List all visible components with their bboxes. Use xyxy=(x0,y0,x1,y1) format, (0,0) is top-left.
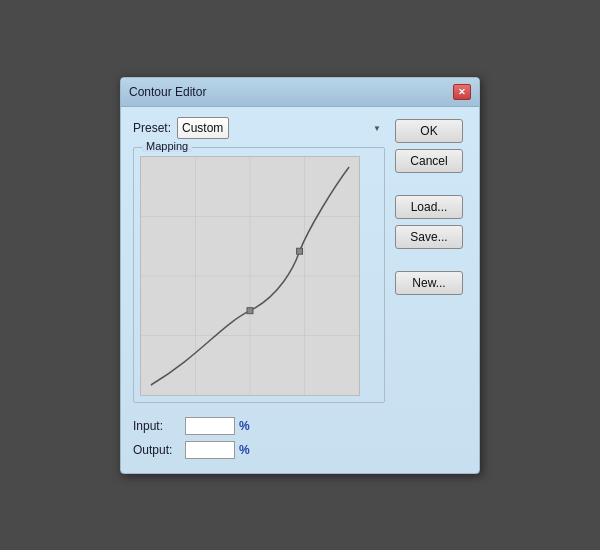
curve-canvas[interactable] xyxy=(140,156,360,396)
load-button[interactable]: Load... xyxy=(395,195,463,219)
output-percent: % xyxy=(239,443,250,457)
title-bar: Contour Editor ✕ xyxy=(121,78,479,107)
input-percent: % xyxy=(239,419,250,433)
dialog-title: Contour Editor xyxy=(129,85,206,99)
save-button[interactable]: Save... xyxy=(395,225,463,249)
output-value-field[interactable] xyxy=(185,441,235,459)
preset-select[interactable]: Custom xyxy=(177,117,229,139)
preset-select-wrapper: Custom xyxy=(177,117,385,139)
input-row: Input: % xyxy=(133,417,385,435)
close-button[interactable]: ✕ xyxy=(453,84,471,100)
btn-spacer-1 xyxy=(395,179,467,189)
mapping-legend: Mapping xyxy=(142,140,192,152)
ok-button[interactable]: OK xyxy=(395,119,463,143)
dialog-body: Preset: Custom Mapping xyxy=(121,107,479,473)
mapping-group: Mapping xyxy=(133,147,385,403)
preset-label: Preset: xyxy=(133,121,171,135)
output-row: Output: % xyxy=(133,441,385,459)
input-output-area: Input: % Output: % xyxy=(133,417,385,459)
curve-svg xyxy=(141,157,359,395)
preset-row: Preset: Custom xyxy=(133,117,385,139)
new-button[interactable]: New... xyxy=(395,271,463,295)
input-label: Input: xyxy=(133,419,181,433)
right-panel: OK Cancel Load... Save... New... xyxy=(395,117,467,459)
btn-spacer-2 xyxy=(395,255,467,265)
cancel-button[interactable]: Cancel xyxy=(395,149,463,173)
output-label: Output: xyxy=(133,443,181,457)
contour-editor-dialog: Contour Editor ✕ Preset: Custom Mapping xyxy=(120,77,480,474)
svg-rect-7 xyxy=(297,248,303,254)
left-panel: Preset: Custom Mapping xyxy=(133,117,385,459)
input-value-field[interactable] xyxy=(185,417,235,435)
svg-rect-6 xyxy=(247,307,253,313)
